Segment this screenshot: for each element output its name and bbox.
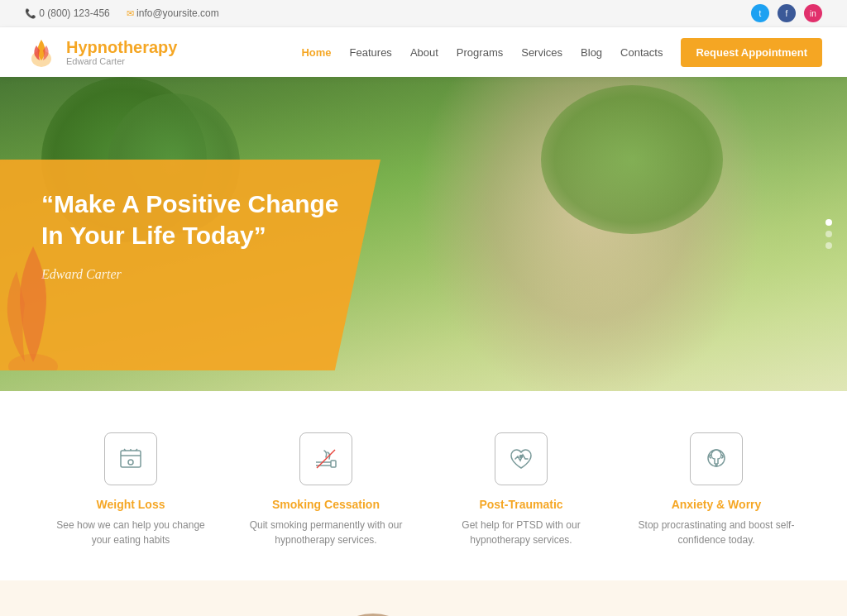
head-brain-icon [703, 446, 730, 472]
service-weight-loss: Weight Loss See how we can help you chan… [52, 432, 209, 547]
dot-1[interactable] [825, 219, 832, 226]
logo-name: Hypnotherapy [66, 38, 177, 56]
anxiety-desc: Stop procrastinating and boost self-conf… [638, 518, 795, 547]
hero-author: Edward Carter [41, 267, 339, 282]
facebook-link[interactable]: f [778, 4, 796, 22]
hero-dots[interactable] [825, 219, 832, 249]
dot-3[interactable] [825, 242, 832, 249]
contact-info: 📞 0 (800) 123-456 ✉ info@yoursite.com [25, 7, 219, 19]
anxiety-title: Anxiety & Worry [638, 498, 795, 511]
weight-loss-icon-wrap [104, 432, 157, 485]
email-icon: ✉ [127, 8, 134, 18]
ptsd-icon-wrap [495, 432, 548, 485]
hero-quote: “Make A Positive Change In Your Life Tod… [41, 189, 339, 251]
nav-features[interactable]: Features [350, 46, 392, 59]
weight-loss-desc: See how we can help you change your eati… [52, 518, 209, 547]
anxiety-icon-wrap [690, 432, 743, 485]
nav-about[interactable]: About [410, 46, 438, 59]
no-smoking-icon [313, 446, 339, 472]
nav-home[interactable]: Home [301, 46, 331, 59]
smoking-icon-wrap [299, 432, 352, 485]
phone-icon: 📞 [25, 8, 36, 18]
phone-info: 📞 0 (800) 123-456 [25, 7, 110, 19]
ptsd-title: Post-Traumatic [443, 498, 600, 511]
svg-rect-10 [331, 461, 336, 467]
logo[interactable]: Hypnotherapy Edward Carter [25, 36, 177, 69]
scale-icon [117, 446, 144, 472]
tree-3 [541, 85, 723, 234]
email-address: info@yoursite.com [136, 7, 219, 19]
phone-number: 0 (800) 123-456 [39, 7, 109, 19]
nav-blog[interactable]: Blog [581, 46, 602, 59]
svg-point-12 [520, 456, 523, 458]
social-links: t f in [751, 4, 822, 22]
logo-sub: Edward Carter [66, 56, 177, 66]
ptsd-desc: Get help for PTSD with our hypnotherapy … [443, 518, 600, 547]
smoking-title: Smoking Cessation [247, 498, 404, 511]
nav-programs[interactable]: Programs [457, 46, 503, 59]
smoking-desc: Quit smoking permanently with our hypnot… [247, 518, 404, 547]
service-smoking: Smoking Cessation Quit smoking permanent… [247, 432, 404, 547]
flame-decoration [0, 238, 74, 387]
hello-section: Hello! I'm Edward [0, 580, 847, 616]
nav-contacts[interactable]: Contacts [620, 46, 663, 59]
header: Hypnotherapy Edward Carter Home Features… [0, 27, 847, 77]
top-bar: 📞 0 (800) 123-456 ✉ info@yoursite.com t … [0, 0, 847, 27]
logo-text: Hypnotherapy Edward Carter [66, 38, 177, 66]
services-section: Weight Loss See how we can help you chan… [0, 391, 847, 580]
main-nav: Home Features About Programs Services Bl… [301, 38, 822, 67]
request-appointment-button[interactable]: Request Appointment [681, 38, 822, 67]
service-anxiety: Anxiety & Worry Stop procrastinating and… [638, 432, 795, 547]
hero-section: “Make A Positive Change In Your Life Tod… [0, 77, 847, 391]
twitter-link[interactable]: t [751, 4, 769, 22]
svg-point-4 [128, 460, 133, 465]
svg-point-15 [715, 465, 717, 466]
heart-pulse-icon [508, 446, 534, 472]
nav-services[interactable]: Services [521, 46, 562, 59]
service-ptsd: Post-Traumatic Get help for PTSD with ou… [443, 432, 600, 547]
dot-2[interactable] [825, 231, 832, 237]
weight-loss-title: Weight Loss [52, 498, 209, 511]
email-info: ✉ info@yoursite.com [127, 7, 219, 19]
hero-message-box: “Make A Positive Change In Your Life Tod… [0, 160, 380, 370]
instagram-link[interactable]: in [804, 4, 822, 22]
logo-icon [25, 36, 58, 69]
